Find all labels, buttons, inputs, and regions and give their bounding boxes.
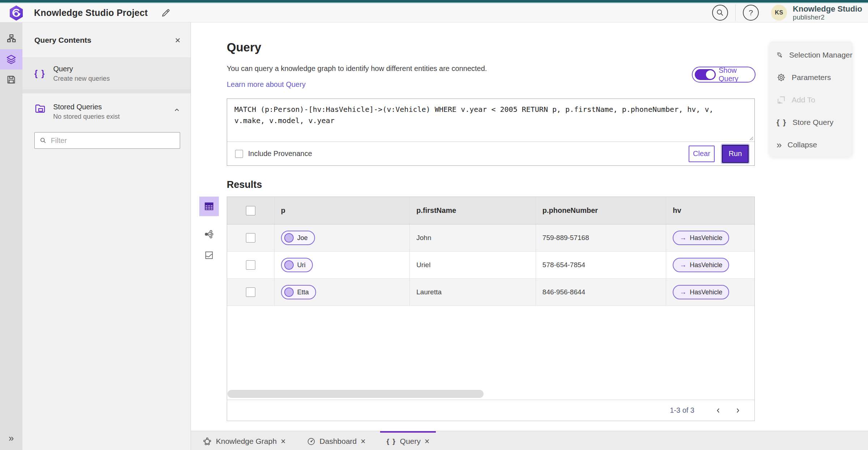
query-section-title: Query bbox=[227, 41, 261, 54]
query-text: MATCH (p:Person)-[hv:HasVehicle]->(v:Veh… bbox=[234, 104, 747, 126]
query-contents-item-query[interactable]: { } Query Create new queries bbox=[22, 58, 191, 89]
tab-knowledge-graph[interactable]: Knowledge Graph × bbox=[196, 431, 292, 450]
close-tab-icon[interactable]: × bbox=[425, 437, 429, 446]
table-empty-area bbox=[227, 306, 754, 400]
table-pagination: 1-3 of 3 bbox=[227, 400, 754, 421]
nav-query-layers[interactable] bbox=[0, 49, 22, 70]
results-title: Results bbox=[227, 179, 262, 190]
table-view-button[interactable] bbox=[199, 197, 219, 216]
show-query-label: Show Query bbox=[719, 66, 753, 83]
stored-queries-label: Stored Queries bbox=[53, 103, 120, 111]
row-checkbox[interactable] bbox=[246, 287, 255, 297]
cell-firstname: Uriel bbox=[416, 261, 430, 269]
table-header-row: p p.firstName p.phoneNumber hv bbox=[227, 197, 754, 224]
close-panel-icon[interactable]: × bbox=[175, 35, 180, 45]
pagination-label: 1-3 of 3 bbox=[670, 406, 694, 415]
add-to-icon bbox=[776, 95, 786, 105]
row-checkbox[interactable] bbox=[246, 260, 255, 270]
user-name: Knowledge Studio bbox=[793, 4, 862, 13]
search-icon bbox=[716, 9, 724, 17]
nav-knowledge-graph[interactable] bbox=[0, 29, 22, 49]
table-row: Joe John 759-889-57168 → HasVehicle bbox=[227, 224, 754, 252]
column-header-hv: hv bbox=[673, 206, 681, 215]
person-node-chip[interactable]: Etta bbox=[281, 285, 316, 299]
search-button[interactable] bbox=[712, 5, 728, 21]
map-view-icon bbox=[204, 250, 214, 260]
next-page-button[interactable] bbox=[731, 403, 745, 418]
edge-chip[interactable]: → HasVehicle bbox=[673, 258, 729, 272]
column-header-firstname: p.firstName bbox=[416, 206, 456, 215]
previous-page-button[interactable] bbox=[711, 403, 726, 418]
results-view-switcher bbox=[199, 197, 219, 263]
document-tab-bar: Knowledge Graph × Dashboard × { } Query … bbox=[191, 431, 868, 450]
cell-phonenumber: 759-889-57168 bbox=[542, 234, 589, 242]
hierarchy-icon bbox=[6, 34, 17, 45]
layers-icon bbox=[6, 54, 17, 65]
edit-project-title-icon[interactable] bbox=[161, 8, 171, 18]
action-selection-manager[interactable]: Selection Manager bbox=[769, 44, 852, 66]
selection-manager-icon bbox=[776, 50, 783, 60]
person-node-chip[interactable]: Uri bbox=[281, 258, 313, 272]
query-description: You can query a knowledge graph to ident… bbox=[227, 64, 487, 73]
save-icon bbox=[6, 75, 16, 85]
action-parameters[interactable]: Parameters bbox=[769, 66, 852, 89]
run-button[interactable]: Run bbox=[722, 145, 749, 163]
app-logo-icon bbox=[8, 5, 25, 21]
tab-query[interactable]: { } Query × bbox=[380, 431, 436, 450]
gauge-icon bbox=[307, 437, 316, 446]
project-title: Knowledge Studio Project bbox=[34, 8, 148, 18]
double-chevron-icon: » bbox=[776, 139, 782, 151]
graph-view-icon bbox=[204, 229, 214, 239]
tab-dashboard[interactable]: Dashboard × bbox=[300, 431, 372, 450]
action-store-query[interactable]: { } Store Query bbox=[769, 111, 852, 134]
show-query-toggle[interactable]: Show Query bbox=[692, 67, 756, 83]
avatar[interactable]: KS bbox=[771, 5, 787, 21]
horizontal-scrollbar-thumb[interactable] bbox=[227, 390, 484, 398]
query-contents-panel: Query Contents × { } Query Create new qu… bbox=[22, 22, 191, 450]
folder-icon bbox=[34, 103, 46, 114]
cell-phonenumber: 846-956-8644 bbox=[542, 288, 585, 296]
query-editor-box: MATCH (p:Person)-[hv:HasVehicle]->(v:Veh… bbox=[227, 98, 755, 166]
toggle-track bbox=[695, 69, 716, 80]
query-actions-panel: Selection Manager Parameters Add To { } … bbox=[769, 42, 852, 157]
filter-box bbox=[34, 132, 180, 149]
cell-firstname: Lauretta bbox=[416, 288, 442, 296]
graph-view-button[interactable] bbox=[199, 226, 219, 242]
edge-chip[interactable]: → HasVehicle bbox=[673, 285, 729, 299]
header-right-group: ? KS Knowledge Studio publisher2 bbox=[712, 4, 868, 21]
panel-header: Query Contents × bbox=[22, 22, 191, 58]
cell-phonenumber: 578-654-7854 bbox=[542, 261, 585, 269]
edge-chip[interactable]: → HasVehicle bbox=[673, 231, 729, 245]
filter-input[interactable] bbox=[51, 136, 175, 145]
map-view-button[interactable] bbox=[199, 247, 219, 263]
left-nav-rail: » bbox=[0, 22, 22, 450]
query-textarea[interactable]: MATCH (p:Person)-[hv:HasVehicle]->(v:Veh… bbox=[227, 99, 754, 142]
panel-title: Query Contents bbox=[34, 36, 92, 45]
nav-save[interactable] bbox=[0, 70, 22, 90]
help-button[interactable]: ? bbox=[743, 5, 759, 21]
clear-button[interactable]: Clear bbox=[689, 146, 715, 162]
header-divider bbox=[735, 4, 736, 21]
node-dot-icon bbox=[284, 233, 294, 243]
include-provenance-checkbox[interactable] bbox=[235, 150, 243, 158]
search-icon bbox=[40, 137, 46, 144]
resize-handle[interactable] bbox=[748, 135, 753, 140]
row-checkbox[interactable] bbox=[246, 233, 255, 243]
user-info[interactable]: Knowledge Studio publisher2 bbox=[793, 4, 862, 21]
results-table: p p.firstName p.phoneNumber hv Joe John … bbox=[227, 197, 755, 421]
gear-icon bbox=[776, 73, 786, 82]
include-provenance-label: Include Provenance bbox=[248, 150, 312, 158]
action-collapse[interactable]: » Collapse bbox=[769, 134, 852, 156]
question-icon: ? bbox=[749, 8, 753, 17]
learn-more-link[interactable]: Learn more about Query bbox=[227, 80, 306, 89]
collapse-stored-queries-button[interactable] bbox=[173, 106, 180, 114]
chevron-left-icon bbox=[715, 407, 722, 414]
user-role: publisher2 bbox=[793, 13, 862, 21]
column-header-phonenumber: p.phoneNumber bbox=[542, 206, 598, 215]
select-all-checkbox[interactable] bbox=[246, 206, 255, 215]
close-tab-icon[interactable]: × bbox=[361, 437, 365, 446]
person-node-chip[interactable]: Joe bbox=[281, 231, 315, 245]
close-tab-icon[interactable]: × bbox=[281, 437, 285, 446]
stored-queries-section[interactable]: Stored Queries No stored queries exist bbox=[22, 93, 191, 128]
expand-rail-button[interactable]: » bbox=[0, 430, 22, 446]
